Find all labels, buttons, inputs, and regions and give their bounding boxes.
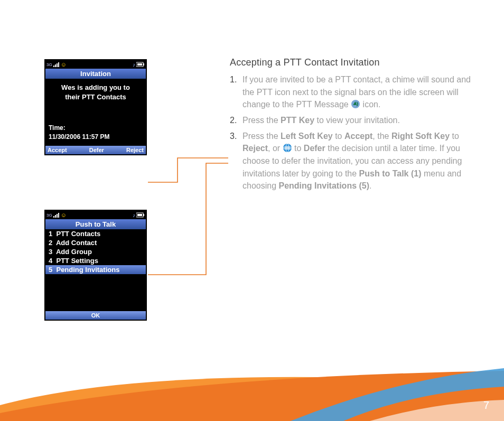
svg-rect-10 bbox=[58, 213, 59, 218]
invitation-text-line1: Wes is adding you to bbox=[49, 83, 143, 92]
signal-icon bbox=[53, 210, 60, 220]
svg-rect-13 bbox=[137, 214, 142, 216]
menu-item-add-contact[interactable]: 2 Add Contact bbox=[45, 238, 146, 247]
instruction-content: Accepting a PTT Contact Invitation If yo… bbox=[230, 57, 478, 195]
ptt-message-icon bbox=[351, 99, 360, 109]
menu-item-add-group[interactable]: 3 Add Group bbox=[45, 247, 146, 256]
softkey-defer[interactable]: Defer bbox=[89, 147, 104, 153]
network-3g-icon: 3G bbox=[46, 62, 52, 67]
step-3: Press the Left Soft Key to Accept, the R… bbox=[230, 130, 478, 192]
battery-icon bbox=[136, 210, 145, 220]
menu-list: 1 PTT Contacts 2 Add Contact 3 Add Group… bbox=[45, 229, 146, 311]
svg-rect-6 bbox=[137, 63, 142, 66]
music-icon: ♪ bbox=[133, 212, 135, 218]
svg-rect-2 bbox=[57, 63, 58, 67]
time-label: Time: bbox=[49, 124, 143, 133]
phone-screen-invitation: 3G ☺ ♪ Invitation Wes is adding you to t… bbox=[44, 59, 147, 155]
svg-rect-1 bbox=[55, 64, 56, 67]
step-1: If you are invited to be a PTT contact, … bbox=[230, 73, 478, 111]
softkey-ok[interactable]: OK bbox=[91, 312, 100, 319]
invitation-text-line2: their PTT Contacts bbox=[49, 92, 143, 102]
section-heading: Accepting a PTT Contact Invitation bbox=[230, 57, 478, 68]
screen-title: Invitation bbox=[45, 69, 146, 79]
svg-rect-8 bbox=[55, 215, 56, 218]
menu-item-pending-invitations[interactable]: 5 Pending Invitations bbox=[45, 265, 146, 274]
status-bar: 3G ☺ ♪ bbox=[45, 60, 146, 69]
phone-screen-ptt-menu: 3G ☺ ♪ Push to Talk 1 PTT Contacts 2 Add… bbox=[44, 210, 147, 321]
smiley-icon: ☺ bbox=[61, 61, 67, 68]
globe-icon bbox=[283, 143, 292, 153]
music-icon: ♪ bbox=[133, 62, 135, 68]
svg-rect-12 bbox=[143, 214, 144, 216]
time-value: 11/30/2006 11:57 PM bbox=[49, 133, 143, 142]
status-bar: 3G ☺ ♪ bbox=[45, 211, 146, 219]
battery-icon bbox=[136, 60, 145, 69]
signal-icon bbox=[53, 60, 60, 69]
svg-rect-5 bbox=[143, 63, 144, 66]
softkey-bar: Accept Defer Reject bbox=[45, 146, 146, 154]
svg-rect-3 bbox=[58, 62, 59, 67]
softkey-reject[interactable]: Reject bbox=[126, 147, 144, 153]
page-footer-swoosh bbox=[0, 342, 504, 421]
svg-rect-7 bbox=[53, 216, 54, 218]
page-number: 7 bbox=[483, 399, 489, 411]
network-3g-icon: 3G bbox=[46, 213, 52, 218]
smiley-icon: ☺ bbox=[61, 212, 67, 218]
softkey-accept[interactable]: Accept bbox=[48, 147, 67, 153]
menu-item-ptt-contacts[interactable]: 1 PTT Contacts bbox=[45, 229, 146, 238]
svg-rect-0 bbox=[53, 66, 54, 67]
screen-title: Push to Talk bbox=[45, 219, 146, 229]
softkey-bar: OK bbox=[45, 311, 146, 320]
step-2: Press the PTT Key to view your invitatio… bbox=[230, 114, 478, 127]
svg-rect-9 bbox=[57, 214, 58, 218]
menu-item-ptt-settings[interactable]: 4 PTT Settings bbox=[45, 256, 146, 265]
screen-body: Wes is adding you to their PTT Contacts … bbox=[45, 79, 146, 146]
